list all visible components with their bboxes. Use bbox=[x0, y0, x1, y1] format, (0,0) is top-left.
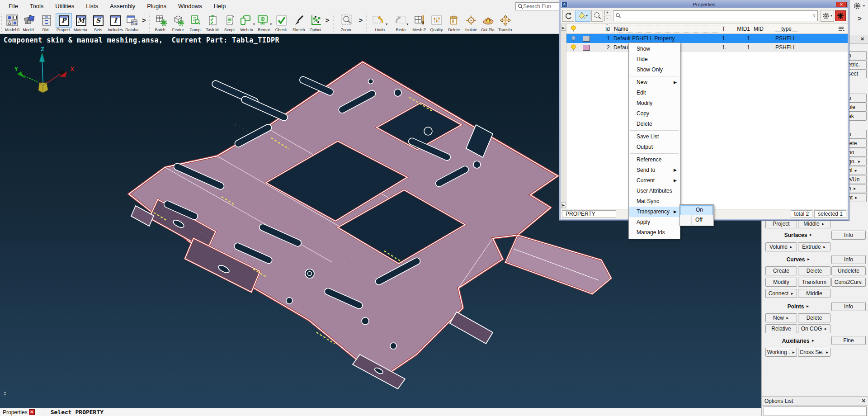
toolbar-materials[interactable]: M Materia. bbox=[72, 12, 90, 33]
column-header-mid1[interactable]: MID1 bbox=[733, 24, 752, 33]
toolbar-database[interactable]: Databa. bbox=[124, 12, 141, 33]
dropdown-caret-icon[interactable]: ▾ bbox=[863, 4, 865, 8]
table-row[interactable]: 2 Default 1. 1 PSHELL bbox=[566, 43, 848, 52]
menu-item-reference[interactable]: Reference bbox=[629, 155, 680, 165]
menu-item-copy[interactable]: Copy bbox=[629, 109, 680, 119]
column-header-t[interactable]: T bbox=[720, 24, 733, 33]
close-button[interactable]: ✕ bbox=[836, 2, 847, 7]
menu-item-user-attributes[interactable]: User Attributes bbox=[629, 186, 680, 196]
toolbar-compare[interactable]: Comp. bbox=[187, 12, 204, 33]
visibility-column-header[interactable] bbox=[566, 24, 580, 33]
color-column-header[interactable] bbox=[580, 24, 593, 33]
toolbar-optimize[interactable]: Optimi. bbox=[307, 12, 325, 33]
toolbar-script[interactable]: Script. bbox=[222, 12, 239, 33]
column-header-id[interactable]: ▲Id bbox=[593, 24, 612, 33]
on-cog-button[interactable]: On COG► bbox=[798, 324, 830, 333]
table-row[interactable]: 1 Default PSHELL Property 1. 1 PSHELL bbox=[566, 34, 848, 43]
toolbar-model0[interactable]: Model:0 bbox=[4, 12, 21, 33]
toolbar-sketch[interactable]: Sketch bbox=[290, 12, 307, 33]
color-mode-button[interactable]: ▾ bbox=[575, 10, 590, 22]
menu-item-apply[interactable]: Apply bbox=[629, 217, 680, 227]
toolbar-feature[interactable]: Featur. bbox=[170, 12, 187, 33]
menu-item-delete[interactable]: Delete bbox=[629, 119, 680, 129]
menu-item-modify[interactable]: Modify bbox=[629, 98, 680, 109]
dropdown-caret-icon[interactable]: ▾ bbox=[586, 14, 588, 18]
status-tab-properties[interactable]: Properties ✕ bbox=[0, 409, 38, 416]
relative-button[interactable]: Relative bbox=[765, 324, 797, 333]
toolbar-cut-planes[interactable]: Cut Pla. bbox=[480, 12, 497, 33]
curves-info-button[interactable]: Info bbox=[831, 255, 866, 264]
stop-highlight-button[interactable] bbox=[835, 10, 846, 21]
toolbar-undo[interactable]: ▾ Undo bbox=[369, 12, 390, 33]
expand-arrow-icon[interactable]: ▶ bbox=[561, 202, 566, 208]
menu-help[interactable]: Help bbox=[208, 0, 232, 12]
menu-item-manage-ids[interactable]: Manage Ids bbox=[629, 227, 680, 238]
properties-titlebar[interactable]: A Properties ✕ bbox=[561, 1, 848, 8]
menu-item-transparency[interactable]: Transparency▶ bbox=[629, 207, 680, 217]
menu-item-current[interactable]: Current▶ bbox=[629, 175, 680, 186]
sidebar-chevron-icon[interactable]: > bbox=[858, 14, 862, 22]
points-header[interactable]: Points► bbox=[765, 303, 831, 310]
table-header-row[interactable]: ▲Id Name T MID1 MID __type__ bbox=[566, 24, 848, 34]
property-color-swatch[interactable] bbox=[583, 45, 590, 51]
undelete-button[interactable]: Undelete bbox=[831, 266, 866, 275]
dropdown-caret-icon[interactable]: ▾ bbox=[406, 22, 408, 27]
connect-button[interactable]: Connect► bbox=[765, 289, 797, 298]
new-button[interactable]: New► bbox=[765, 313, 797, 322]
menu-item-save-list[interactable]: Save List bbox=[629, 132, 680, 142]
create-button[interactable]: Create bbox=[765, 266, 797, 275]
menu-item-output[interactable]: Output bbox=[629, 142, 680, 152]
toolbar-quality[interactable]: Quality. bbox=[428, 12, 445, 33]
close-icon[interactable]: ✕ bbox=[29, 409, 35, 415]
submenu-item-off[interactable]: Off bbox=[680, 215, 713, 225]
curves-header[interactable]: Curves► bbox=[765, 255, 831, 263]
refresh-button[interactable] bbox=[562, 10, 574, 22]
overflow-chevron-icon[interactable]: > bbox=[141, 12, 148, 33]
menu-utilities[interactable]: Utilities bbox=[49, 0, 80, 12]
menu-file[interactable]: File bbox=[3, 0, 24, 12]
menu-assembly[interactable]: Assembly bbox=[104, 0, 141, 12]
volume-button[interactable]: Volume► bbox=[765, 242, 797, 251]
modify-button[interactable]: Modify bbox=[765, 278, 797, 287]
column-config-button[interactable] bbox=[836, 24, 848, 33]
overflow-chevron-icon[interactable]: > bbox=[325, 12, 332, 33]
dropdown-caret-icon[interactable]: ▾ bbox=[386, 22, 387, 27]
middle-button[interactable]: Middle bbox=[798, 289, 830, 298]
menu-plugins[interactable]: Plugins bbox=[141, 0, 172, 12]
points-info-button[interactable]: Info bbox=[831, 302, 866, 311]
menu-lists[interactable]: Lists bbox=[80, 0, 104, 12]
project-button[interactable]: Project bbox=[765, 219, 797, 228]
close-icon[interactable]: ✕ bbox=[860, 36, 864, 42]
working-button[interactable]: Working .► bbox=[765, 348, 797, 357]
options-list-box[interactable] bbox=[764, 407, 867, 416]
toolbar-includes[interactable]: I Includes bbox=[107, 12, 124, 33]
transform-button[interactable]: Transform bbox=[798, 278, 830, 287]
combo-caret-icon[interactable]: ˅ bbox=[813, 13, 816, 18]
surfaces-info-button[interactable]: Info bbox=[831, 231, 866, 240]
toolbar-transform[interactable]: Transfo. bbox=[497, 12, 514, 33]
toolbar-remote[interactable]: ▾ Remot. bbox=[256, 12, 273, 33]
menu-item-show[interactable]: Show bbox=[629, 44, 680, 54]
delete-button[interactable]: Delete bbox=[798, 313, 830, 322]
expand-arrow-icon[interactable]: ▶ bbox=[561, 25, 566, 31]
middle-button[interactable]: Middle► bbox=[798, 219, 830, 228]
toolbar-redo[interactable]: ▾ Redo bbox=[390, 12, 411, 33]
settings-button[interactable]: ▾ bbox=[821, 10, 834, 22]
toolbar-web-interface[interactable]: ▾ Web In. bbox=[239, 12, 256, 33]
toolbar-delete[interactable]: Delete bbox=[445, 12, 462, 33]
dropdown-caret-icon[interactable]: ▾ bbox=[270, 22, 272, 27]
close-icon[interactable]: ✕ bbox=[862, 398, 866, 404]
menu-item-edit[interactable]: Edit bbox=[629, 88, 680, 98]
toolbar-checks[interactable]: Check. bbox=[273, 12, 290, 33]
surfaces-header[interactable]: Surfaces► bbox=[765, 231, 831, 239]
extrude-button[interactable]: Extrude► bbox=[798, 242, 830, 251]
zoom-in-button[interactable]: + bbox=[604, 10, 610, 15]
dropdown-caret-icon[interactable]: ▾ bbox=[830, 14, 832, 18]
filter-combobox[interactable]: ˅ bbox=[613, 10, 818, 21]
cons2curv-button[interactable]: Cons2Curv. bbox=[831, 278, 866, 287]
toolbar-isolate[interactable]: Isolate bbox=[462, 12, 480, 33]
toolbar-dm[interactable]: DM . bbox=[38, 12, 55, 33]
menu-item-send-to[interactable]: Send to▶ bbox=[629, 165, 680, 175]
menu-item-new[interactable]: New▶ bbox=[629, 77, 680, 88]
auxiliaries-header[interactable]: Auxiliaries► bbox=[765, 337, 831, 345]
